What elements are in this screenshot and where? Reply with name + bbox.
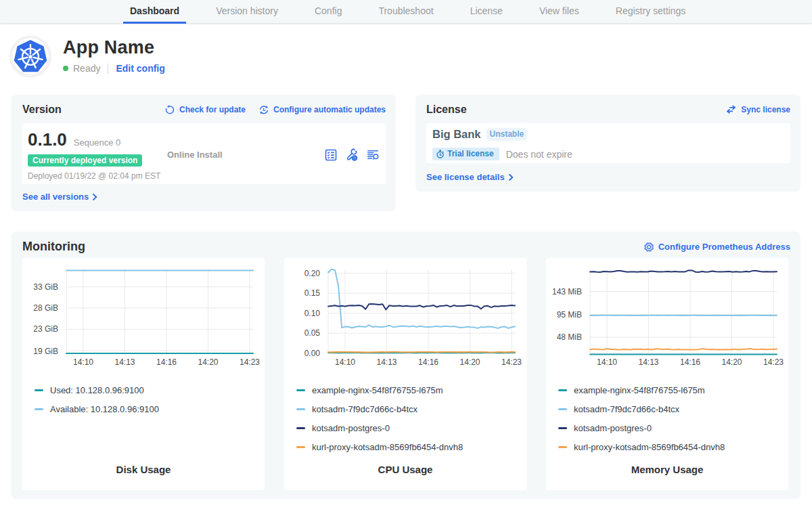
app-logo [11,37,50,76]
chart-card-memory: 143 MiB95 MiB48 MiB14:1014:1314:1614:201… [546,258,788,490]
current-version-panel: 0.1.0 Sequence 0 Currently deployed vers… [22,123,386,184]
y-tick-label: 0.15 [304,288,321,298]
monitoring-title: Monitoring [22,240,85,254]
legend-item: Used: 10.128.0.96:9100 [22,380,265,399]
x-tick-label: 14:10 [597,357,617,367]
legend-label: kurl-proxy-kotsadm-8569fb6454-dnvh8 [312,442,463,452]
x-tick-label: 14:10 [335,357,355,367]
chart-card-disk: 33 GiB28 GiB23 GiB19 GiB14:1014:1314:161… [22,258,265,490]
status-dot-icon [63,66,68,71]
divider [108,64,108,74]
x-tick-label: 14:10 [73,357,93,367]
memory-chart: 143 MiB95 MiB48 MiB14:1014:1314:1614:201… [546,258,788,373]
legend-label: kotsadm-7f9dc7d66c-b4tcx [574,404,679,414]
legend-swatch-icon [296,389,305,391]
memory-legend: example-nginx-54f8f76755-l675mkotsadm-7f… [546,380,788,456]
clock-sync-icon [258,104,269,115]
legend-swatch-icon [35,389,43,391]
app-header: App Name Ready Edit config [0,24,812,95]
legend-label: kotsadm-postgres-0 [574,423,652,433]
configure-prometheus-link[interactable]: Configure Prometheus Address [644,242,790,252]
page-title: App Name [63,37,165,58]
see-all-versions-link[interactable]: See all versions [22,192,89,202]
chart-card-cpu: 0.200.150.100.050.0014:1014:1314:1614:20… [284,258,526,490]
x-tick-label: 14:13 [376,357,397,367]
y-tick-label: 28 GiB [33,303,58,313]
legend-swatch-icon [35,408,43,410]
y-tick-label: 0.00 [304,349,321,358]
version-card-title: Version [22,104,62,116]
chart-title: CPU Usage [284,464,526,475]
chevron-right-icon [92,193,97,201]
cpu-chart: 0.200.150.100.050.0014:1014:1314:1614:20… [284,258,526,373]
license-panel: Big Bank Unstable Trial license Does not… [426,123,790,163]
legend-label: example-nginx-54f8f76755-l675m [574,385,705,395]
legend-swatch-icon [296,408,305,410]
y-tick-label: 19 GiB [33,347,58,356]
license-type-badge: Trial license [432,148,499,160]
channel-badge: Unstable [487,128,528,141]
x-tick-label: 14:13 [638,357,658,367]
legend-swatch-icon [558,408,567,410]
legend-item: kotsadm-postgres-0 [546,418,788,437]
x-tick-label: 14:16 [680,357,700,367]
legend-label: Available: 10.128.0.96:9100 [50,404,159,414]
legend-label: kotsadm-postgres-0 [312,423,390,433]
legend-item: kotsadm-7f9dc7d66c-b4tcx [546,399,788,418]
tab-registry-settings[interactable]: Registry settings [609,0,692,24]
y-tick-label: 0.20 [304,269,321,278]
tab-license[interactable]: License [464,0,510,24]
license-card-title: License [426,104,467,116]
y-tick-label: 0.10 [304,309,321,318]
see-license-details-link[interactable]: See license details [426,172,505,182]
preflight-checklist-icon[interactable] [324,148,338,162]
disk-chart: 33 GiB28 GiB23 GiB19 GiB14:1014:1314:161… [22,258,265,373]
legend-item: kotsadm-postgres-0 [284,418,526,437]
chart-title: Memory Usage [546,464,788,475]
legend-item: Available: 10.128.0.96:9100 [22,399,265,418]
tab-config[interactable]: Config [308,0,348,24]
legend-item: kurl-proxy-kotsadm-8569fb6454-dnvh8 [546,437,788,456]
cpu-legend: example-nginx-54f8f76755-l675mkotsadm-7f… [284,380,526,456]
x-tick-label: 14:23 [240,357,260,367]
tab-troubleshoot[interactable]: Troubleshoot [371,0,440,24]
legend-item: kurl-proxy-kotsadm-8569fb6454-dnvh8 [284,437,526,456]
tab-dashboard[interactable]: Dashboard [123,0,186,24]
app-status: Ready [73,63,100,74]
y-tick-label: 33 GiB [33,282,58,292]
sequence-label: Sequence 0 [74,137,120,148]
configure-automatic-updates-link[interactable]: Configure automatic updates [258,104,386,115]
refresh-icon [164,104,175,115]
tab-view-files[interactable]: View files [533,0,586,24]
license-expiry: Does not expire [506,149,572,160]
legend-item: example-nginx-54f8f76755-l675m [284,380,526,399]
customer-name: Big Bank [432,128,481,141]
x-tick-label: 14:23 [763,357,784,367]
x-tick-label: 14:20 [198,357,218,367]
y-tick-label: 23 GiB [33,324,58,334]
chart-title: Disk Usage [22,464,265,475]
chevron-right-icon [508,173,514,181]
x-tick-label: 14:16 [156,357,177,367]
license-card: License Sync license Big Bank Unstable T… [415,95,800,192]
sync-arrows-icon [725,104,737,115]
edit-config-link[interactable]: Edit config [116,63,164,74]
legend-item: kotsadm-7f9dc7d66c-b4tcx [284,399,526,418]
legend-swatch-icon [558,446,567,448]
monitoring-section: Monitoring Configure Prometheus Address … [12,232,800,499]
check-for-update-link[interactable]: Check for update [164,104,246,115]
x-tick-label: 14:16 [418,357,438,367]
series-line [590,349,777,350]
sync-license-link[interactable]: Sync license [725,104,790,115]
tab-version-history[interactable]: Version history [209,0,285,24]
legend-label: kurl-proxy-kotsadm-8569fb6454-dnvh8 [574,442,725,452]
stopwatch-icon [436,150,445,158]
config-wrench-icon[interactable] [344,148,359,162]
x-tick-label: 14:23 [501,357,522,367]
deployed-badge: Currently deployed version [28,154,142,167]
gear-icon [644,242,654,252]
series-line [328,304,515,309]
version-card: Version Check for update Configure autom… [12,95,396,211]
deploy-logs-icon[interactable] [365,148,380,162]
legend-label: kotsadm-7f9dc7d66c-b4tcx [312,404,418,414]
